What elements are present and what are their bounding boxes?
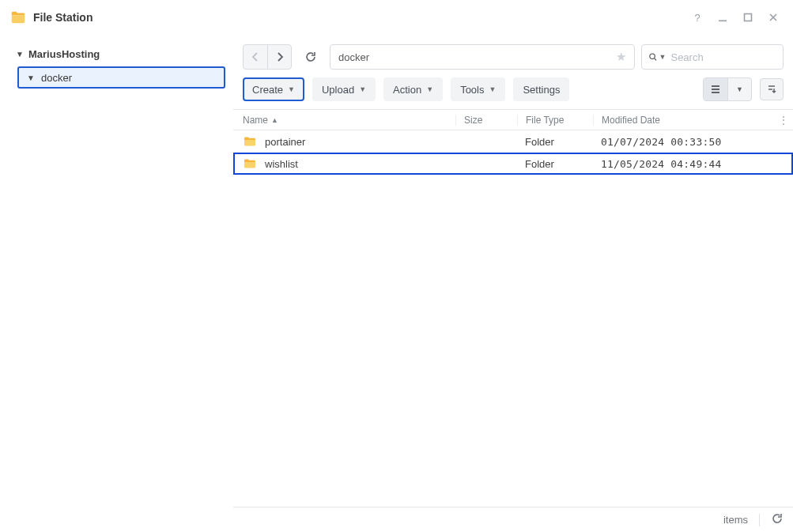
svg-rect-0 bbox=[719, 21, 727, 22]
view-mode-dropdown[interactable]: ▼ bbox=[727, 78, 751, 100]
table-row[interactable]: portainerFolder01/07/2024 00:33:50 bbox=[233, 130, 793, 153]
column-header-name[interactable]: Name ▲ bbox=[243, 115, 455, 126]
create-label: Create bbox=[252, 84, 283, 96]
sidebar: ▼ MariusHosting ▼ docker bbox=[0, 35, 233, 532]
table-header: Name ▲ Size File Type Modified Date ⋮ bbox=[233, 110, 793, 130]
column-header-date[interactable]: Modified Date bbox=[593, 115, 774, 126]
nav-row: docker ★ ▼ bbox=[233, 35, 793, 74]
sidebar-root-label: MariusHosting bbox=[28, 48, 100, 60]
search-input[interactable] bbox=[670, 51, 776, 63]
back-button[interactable] bbox=[244, 45, 267, 69]
chevron-down-icon: ▼ bbox=[489, 85, 497, 93]
titlebar: File Station ? bbox=[0, 0, 793, 35]
breadcrumb-text: docker bbox=[338, 51, 369, 63]
help-button[interactable]: ? bbox=[687, 7, 708, 28]
sidebar-root[interactable]: ▼ MariusHosting bbox=[11, 43, 225, 65]
action-button[interactable]: Action ▼ bbox=[383, 77, 443, 101]
nav-history-group bbox=[243, 44, 292, 70]
file-type: Folder bbox=[517, 158, 593, 170]
divider bbox=[759, 514, 760, 526]
status-bar: items bbox=[233, 507, 793, 532]
chevron-down-icon: ▼ bbox=[27, 74, 36, 82]
column-menu-button[interactable]: ⋮ bbox=[774, 115, 793, 126]
close-button[interactable] bbox=[763, 7, 784, 28]
list-view-button[interactable] bbox=[704, 78, 727, 100]
file-name: portainer bbox=[265, 136, 305, 148]
app-title: File Station bbox=[33, 11, 93, 24]
favorite-icon[interactable]: ★ bbox=[616, 50, 626, 64]
tools-button[interactable]: Tools ▼ bbox=[451, 77, 505, 101]
breadcrumb[interactable]: docker ★ bbox=[330, 44, 635, 70]
maximize-button[interactable] bbox=[738, 7, 758, 28]
chevron-down-icon: ▼ bbox=[16, 50, 25, 58]
column-header-size[interactable]: Size bbox=[455, 115, 517, 126]
items-label: items bbox=[723, 514, 748, 526]
file-date: 01/07/2024 00:33:50 bbox=[593, 136, 774, 148]
folder-icon bbox=[243, 158, 257, 169]
folder-icon bbox=[243, 136, 257, 147]
upload-label: Upload bbox=[322, 84, 354, 96]
forward-button[interactable] bbox=[267, 45, 291, 69]
app-icon bbox=[9, 9, 27, 26]
sidebar-item-docker[interactable]: ▼ docker bbox=[17, 66, 225, 89]
file-date: 11/05/2024 04:49:44 bbox=[593, 158, 774, 170]
column-header-type[interactable]: File Type bbox=[517, 115, 593, 126]
sort-asc-icon: ▲ bbox=[271, 116, 278, 124]
file-name: wishlist bbox=[265, 158, 298, 170]
settings-label: Settings bbox=[523, 84, 560, 96]
create-button[interactable]: Create ▼ bbox=[243, 77, 304, 101]
reload-button[interactable] bbox=[298, 45, 323, 69]
refresh-button[interactable] bbox=[771, 512, 784, 527]
view-mode-group: ▼ bbox=[703, 77, 752, 101]
chevron-down-icon: ▼ bbox=[288, 85, 295, 93]
chevron-down-icon: ▼ bbox=[659, 53, 666, 61]
file-type: Folder bbox=[517, 136, 593, 148]
file-table: Name ▲ Size File Type Modified Date ⋮ po… bbox=[233, 109, 793, 507]
action-label: Action bbox=[393, 84, 421, 96]
toolbar: Create ▼ Upload ▼ Action ▼ Tools ▼ Setti… bbox=[233, 74, 793, 109]
minimize-button[interactable] bbox=[712, 7, 733, 28]
sort-button[interactable] bbox=[760, 78, 784, 100]
chevron-down-icon: ▼ bbox=[426, 85, 433, 93]
settings-button[interactable]: Settings bbox=[513, 77, 569, 101]
tools-label: Tools bbox=[460, 84, 484, 96]
chevron-down-icon: ▼ bbox=[359, 85, 366, 93]
search-box[interactable]: ▼ bbox=[641, 44, 784, 70]
table-row[interactable]: wishlistFolder11/05/2024 04:49:44 bbox=[233, 153, 793, 175]
sidebar-item-label: docker bbox=[41, 72, 72, 84]
search-icon bbox=[648, 51, 658, 62]
upload-button[interactable]: Upload ▼ bbox=[312, 77, 376, 101]
svg-rect-1 bbox=[745, 14, 752, 21]
svg-point-2 bbox=[650, 54, 655, 58]
